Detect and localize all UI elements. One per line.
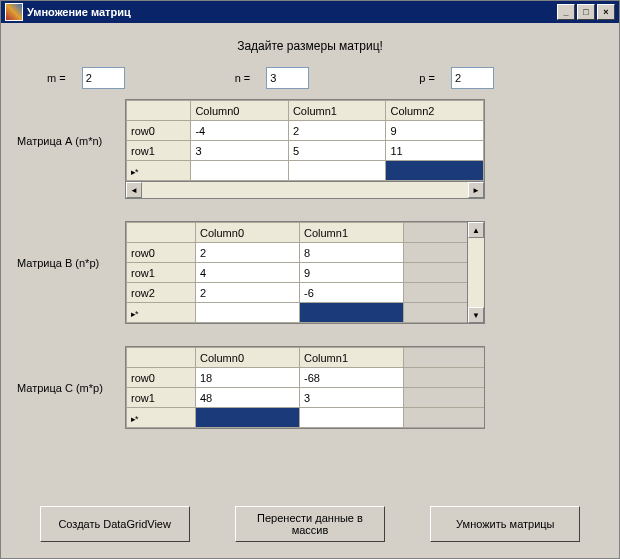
- table-row: row1 4 9: [127, 263, 468, 283]
- scroll-track[interactable]: [468, 238, 484, 307]
- transfer-button[interactable]: Перенести данные в массив: [235, 506, 385, 542]
- grid-c[interactable]: Column0 Column1 row0 18 -68 row1 4: [125, 346, 485, 429]
- cell-selected[interactable]: [196, 408, 300, 428]
- row-header[interactable]: row1: [127, 388, 196, 408]
- cell[interactable]: 4: [196, 263, 300, 283]
- n-label: n =: [235, 72, 251, 84]
- row-header[interactable]: row1: [127, 141, 191, 161]
- grid-filler: [404, 348, 485, 368]
- cell-selected[interactable]: [300, 303, 404, 323]
- row-header[interactable]: row2: [127, 283, 196, 303]
- prompt-label: Задайте размеры матриц!: [17, 39, 603, 53]
- new-row: [127, 161, 484, 181]
- scroll-up-icon[interactable]: ▲: [468, 222, 484, 238]
- row-header[interactable]: row0: [127, 243, 196, 263]
- minimize-button[interactable]: _: [557, 4, 575, 20]
- app-icon: [5, 3, 23, 21]
- table-row: row1 48 3: [127, 388, 485, 408]
- n-input[interactable]: [266, 67, 309, 89]
- column-header[interactable]: Column2: [386, 101, 484, 121]
- new-row: [127, 408, 485, 428]
- title-bar[interactable]: Умножение матриц _ □ ×: [1, 1, 619, 23]
- grid-filler: [404, 223, 468, 243]
- footer-buttons: Создать DataGridView Перенести данные в …: [17, 506, 603, 542]
- app-window: Умножение матриц _ □ × Задайте размеры м…: [0, 0, 620, 559]
- dimensions-row: m = n = p =: [17, 67, 603, 89]
- table-row: row1 3 5 11: [127, 141, 484, 161]
- grid-b[interactable]: Column0 Column1 row0 2 8 row1 4: [125, 221, 485, 324]
- p-input[interactable]: [451, 67, 494, 89]
- scroll-track[interactable]: [142, 182, 468, 198]
- cell[interactable]: 2: [288, 121, 386, 141]
- column-header[interactable]: Column0: [196, 223, 300, 243]
- table-row: row2 2 -6: [127, 283, 468, 303]
- cell[interactable]: 2: [196, 243, 300, 263]
- cell[interactable]: [191, 161, 289, 181]
- new-row: [127, 303, 468, 323]
- cell[interactable]: 48: [196, 388, 300, 408]
- scroll-down-icon[interactable]: ▼: [468, 307, 484, 323]
- row-header[interactable]: row0: [127, 368, 196, 388]
- cell[interactable]: 9: [300, 263, 404, 283]
- scroll-right-icon[interactable]: ►: [468, 182, 484, 198]
- cell[interactable]: -4: [191, 121, 289, 141]
- row-header-new[interactable]: [127, 161, 191, 181]
- cell[interactable]: 18: [196, 368, 300, 388]
- cell[interactable]: -68: [300, 368, 404, 388]
- table-row: row0 -4 2 9: [127, 121, 484, 141]
- cell[interactable]: 5: [288, 141, 386, 161]
- column-header[interactable]: Column0: [196, 348, 300, 368]
- cell[interactable]: 2: [196, 283, 300, 303]
- column-header[interactable]: Column1: [300, 348, 404, 368]
- row-header[interactable]: row1: [127, 263, 196, 283]
- table-row: row0 2 8: [127, 243, 468, 263]
- cell[interactable]: 9: [386, 121, 484, 141]
- cell[interactable]: 3: [191, 141, 289, 161]
- cell[interactable]: [196, 303, 300, 323]
- multiply-button[interactable]: Умножить матрицы: [430, 506, 580, 542]
- window-title: Умножение матриц: [27, 6, 131, 18]
- matrix-a-label: Матрица А (m*n): [17, 99, 125, 147]
- grid-corner[interactable]: [127, 223, 196, 243]
- horizontal-scrollbar[interactable]: ◄ ►: [126, 181, 484, 198]
- grid-corner[interactable]: [127, 101, 191, 121]
- cell[interactable]: 8: [300, 243, 404, 263]
- m-input[interactable]: [82, 67, 125, 89]
- cell[interactable]: [300, 408, 404, 428]
- close-button[interactable]: ×: [597, 4, 615, 20]
- cell[interactable]: -6: [300, 283, 404, 303]
- column-header[interactable]: Column1: [300, 223, 404, 243]
- cell[interactable]: 3: [300, 388, 404, 408]
- m-label: m =: [47, 72, 66, 84]
- cell-selected[interactable]: [386, 161, 484, 181]
- grid-corner[interactable]: [127, 348, 196, 368]
- row-header-new[interactable]: [127, 408, 196, 428]
- p-label: p =: [419, 72, 435, 84]
- scroll-left-icon[interactable]: ◄: [126, 182, 142, 198]
- column-header[interactable]: Column1: [288, 101, 386, 121]
- row-header-new[interactable]: [127, 303, 196, 323]
- create-grid-button[interactable]: Создать DataGridView: [40, 506, 190, 542]
- maximize-button[interactable]: □: [577, 4, 595, 20]
- row-header[interactable]: row0: [127, 121, 191, 141]
- cell[interactable]: [288, 161, 386, 181]
- column-header[interactable]: Column0: [191, 101, 289, 121]
- matrix-b-label: Матрица B (n*p): [17, 221, 125, 269]
- matrix-c-label: Матрица С (m*p): [17, 346, 125, 394]
- table-row: row0 18 -68: [127, 368, 485, 388]
- grid-a[interactable]: Column0 Column1 Column2 row0 -4 2 9 row1: [125, 99, 485, 199]
- vertical-scrollbar[interactable]: ▲ ▼: [467, 222, 484, 323]
- cell[interactable]: 11: [386, 141, 484, 161]
